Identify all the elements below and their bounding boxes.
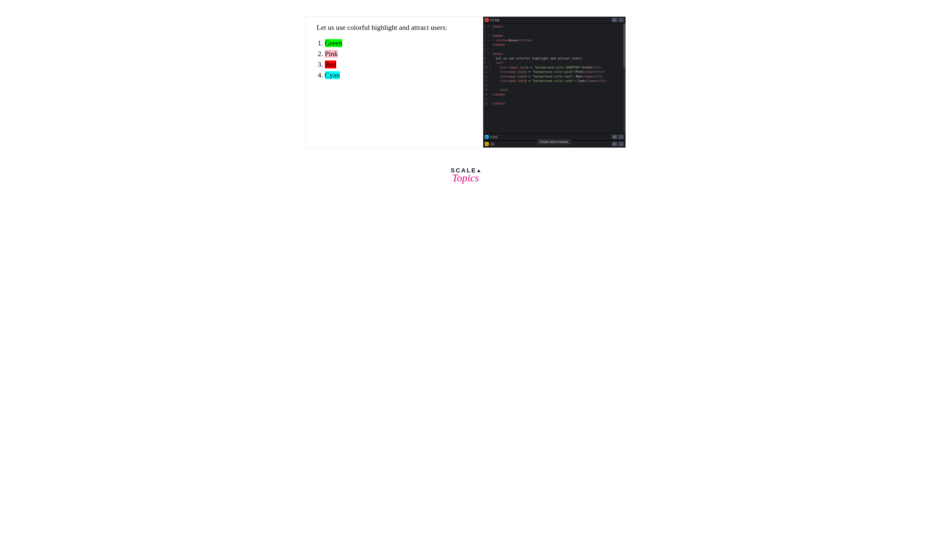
- highlight-cyan: Cyan: [325, 71, 340, 79]
- logo: SCALE Topics: [451, 167, 480, 184]
- line-gutter: 1 ▾2 3 ▾4 ▾5 6 7 ▾8 9 ▾10 ▾11 ▾12 ▾13 ▾1…: [483, 23, 492, 133]
- code-lines[interactable]: <html> <head> <title>Boxes</title></head…: [492, 23, 625, 133]
- editor-panel: ✱ HTML ⚙ ⌄ 1 ▾2 3 ▾4 ▾5 6 7 ▾8 9 ▾10 ▾11…: [483, 17, 625, 148]
- highlight-pink: Pink: [325, 50, 338, 58]
- collapse-button[interactable]: ⌄: [619, 142, 624, 146]
- js-icon: {}: [485, 142, 489, 146]
- settings-button[interactable]: ⚙: [612, 142, 617, 146]
- html-panel-header-left: ✱ HTML: [485, 18, 500, 22]
- css-icon: ✱: [485, 135, 489, 139]
- expand-tooltip: Double-click to expand.: [538, 140, 571, 144]
- chevron-down-icon: ⌄: [620, 18, 622, 22]
- js-panel-header-left: {} JS: [485, 142, 495, 146]
- js-panel-title: JS: [490, 142, 495, 146]
- html-panel-title: HTML: [490, 18, 500, 22]
- html-panel-header[interactable]: ✱ HTML ⚙ ⌄: [483, 17, 625, 23]
- js-panel-header-right: ⚙ ⌄: [612, 142, 624, 146]
- css-panel-header-left: ✱ CSS: [485, 135, 498, 139]
- html-icon: ✱: [485, 18, 489, 22]
- gear-icon: ⚙: [613, 143, 616, 146]
- settings-button[interactable]: ⚙: [612, 18, 617, 22]
- scrollbar-thumb[interactable]: [623, 23, 625, 67]
- collapse-button[interactable]: ⌄: [619, 18, 624, 22]
- preview-intro: Let us use colorful highlight and attrac…: [317, 22, 472, 33]
- css-panel-title: CSS: [490, 135, 498, 139]
- css-panel: ✱ CSS ⚙ ⌄ Double-click to expand.: [483, 133, 625, 140]
- css-panel-header-right: ⚙ ⌄: [612, 135, 624, 139]
- chevron-down-icon: ⌄: [620, 143, 622, 146]
- gear-icon: ⚙: [613, 135, 616, 138]
- settings-button[interactable]: ⚙: [612, 135, 617, 139]
- logo-topics: Topics: [451, 172, 480, 184]
- main-container: Let us use colorful highlight and attrac…: [306, 17, 626, 148]
- scrollbar-track[interactable]: [623, 23, 625, 133]
- highlight-red: Red: [325, 60, 336, 68]
- preview-list: Green Pink Red Cyan: [317, 38, 472, 80]
- chevron-down-icon: ⌄: [620, 135, 622, 138]
- html-panel-header-right: ⚙ ⌄: [612, 18, 624, 22]
- list-item: Cyan: [325, 70, 472, 80]
- highlight-green: Green: [325, 39, 342, 47]
- gear-icon: ⚙: [613, 18, 616, 22]
- code-area[interactable]: 1 ▾2 3 ▾4 ▾5 6 7 ▾8 9 ▾10 ▾11 ▾12 ▾13 ▾1…: [483, 23, 625, 133]
- list-item: Red: [325, 59, 472, 70]
- list-item: Green: [325, 38, 472, 48]
- preview-panel: Let us use colorful highlight and attrac…: [306, 17, 483, 148]
- collapse-button[interactable]: ⌄: [619, 135, 624, 139]
- list-item: Pink: [325, 48, 472, 59]
